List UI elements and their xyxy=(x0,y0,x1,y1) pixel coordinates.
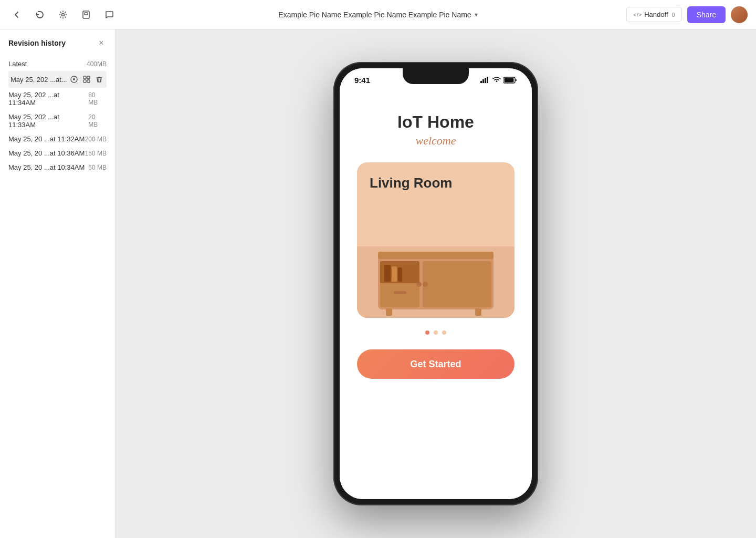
revision-size-2: 20 MB xyxy=(88,113,107,128)
project-title: Example Pie Name Example Pie Name Exampl… xyxy=(278,11,471,19)
svg-rect-2 xyxy=(85,13,88,15)
room-card[interactable]: Living Room xyxy=(357,162,514,318)
svg-rect-24 xyxy=(384,265,391,282)
toolbar-center: Example Pie Name Example Pie Name Exampl… xyxy=(278,11,477,19)
revision-date-5: May 25, 20 ...at 10:34AM xyxy=(8,163,85,171)
phone-mockup: 9:41 xyxy=(333,62,538,505)
status-icons xyxy=(480,77,517,84)
canvas-area: 9:41 xyxy=(116,29,756,538)
handoff-code-icon: </> xyxy=(633,12,642,18)
revision-row-1[interactable]: May 25, 202 ...at 11:34AM 80 MB xyxy=(8,88,107,110)
svg-rect-12 xyxy=(487,77,488,83)
svg-rect-5 xyxy=(83,76,86,79)
revision-size-1: 80 MB xyxy=(88,91,107,106)
toolbar-right: </> Handoff 0 Share xyxy=(626,6,748,23)
revision-left: May 25, 202 ...at... xyxy=(10,76,67,84)
svg-rect-8 xyxy=(87,80,90,82)
dot-2[interactable] xyxy=(434,330,438,335)
svg-rect-14 xyxy=(505,78,514,82)
avatar-image xyxy=(731,6,748,23)
revision-date-1: May 25, 202 ...at 11:34AM xyxy=(8,91,88,107)
revision-row-2[interactable]: May 25, 202 ...at 11:33AM 20 MB xyxy=(8,110,107,132)
svg-rect-28 xyxy=(386,308,392,316)
revision-action-icons xyxy=(69,74,104,85)
handoff-button[interactable]: </> Handoff 0 xyxy=(626,7,681,22)
carousel-dots xyxy=(425,330,446,335)
revision-row-active[interactable]: May 25, 202 ...at... xyxy=(8,71,107,88)
revision-latest-size: 400MB xyxy=(87,60,107,68)
svg-rect-27 xyxy=(394,291,406,294)
signal-icon xyxy=(480,77,490,83)
svg-rect-18 xyxy=(378,252,494,259)
revision-date-4: May 25, 20 ...at 10:36AM xyxy=(8,149,85,157)
revision-date-2: May 25, 202 ...at 11:33AM xyxy=(8,113,88,129)
refresh-button[interactable] xyxy=(32,6,48,23)
toolbar-left xyxy=(8,6,118,23)
battery-icon xyxy=(503,77,517,84)
share-button[interactable]: Share xyxy=(687,6,726,23)
app-subtitle: welcome xyxy=(416,134,456,148)
svg-rect-11 xyxy=(485,78,486,83)
svg-rect-9 xyxy=(480,81,482,83)
revision-row-4[interactable]: May 25, 20 ...at 10:36AM 150 MB xyxy=(8,146,107,160)
close-panel-button[interactable]: × xyxy=(96,38,107,48)
svg-rect-29 xyxy=(475,308,481,316)
app-title: IoT Home xyxy=(397,112,474,132)
revision-size-5: 50 MB xyxy=(88,164,107,171)
revision-size-4: 150 MB xyxy=(85,150,107,157)
dot-3[interactable] xyxy=(442,330,446,335)
restore-icon[interactable] xyxy=(69,74,79,85)
avatar[interactable] xyxy=(731,6,748,23)
sidebar-header: Revision history × xyxy=(8,38,107,48)
grid-icon[interactable] xyxy=(81,74,92,85)
title-chevron-icon[interactable]: ▾ xyxy=(475,11,478,18)
revision-size-3: 200 MB xyxy=(85,136,107,143)
handoff-label: Handoff xyxy=(644,11,668,18)
svg-rect-7 xyxy=(83,80,86,82)
sidebar-title: Revision history xyxy=(8,39,66,47)
delete-icon[interactable] xyxy=(94,74,104,85)
svg-rect-26 xyxy=(398,267,402,282)
handoff-count: 0 xyxy=(672,12,675,18)
toolbar: Example Pie Name Example Pie Name Exampl… xyxy=(0,0,756,29)
svg-rect-25 xyxy=(392,266,397,282)
cta-button-label: Get Started xyxy=(410,359,461,370)
room-card-label: Living Room xyxy=(370,175,452,191)
app-content: IoT Home welcome Living Room xyxy=(340,91,532,499)
wifi-icon xyxy=(492,77,501,83)
svg-rect-20 xyxy=(423,261,491,307)
comment-button[interactable] xyxy=(101,6,118,23)
svg-rect-10 xyxy=(482,79,484,83)
bookmark-button[interactable] xyxy=(78,6,94,23)
revision-row-5[interactable]: May 25, 20 ...at 10:34AM 50 MB xyxy=(8,160,107,174)
svg-point-4 xyxy=(73,78,75,80)
status-time: 9:41 xyxy=(354,76,370,85)
settings-button[interactable] xyxy=(55,6,71,23)
dot-1[interactable] xyxy=(425,330,429,335)
back-button[interactable] xyxy=(8,6,25,23)
svg-rect-6 xyxy=(87,76,90,79)
revision-row-latest[interactable]: Latest 400MB xyxy=(8,57,107,71)
get-started-button[interactable]: Get Started xyxy=(357,349,514,379)
revision-latest-label: Latest xyxy=(8,60,27,68)
revision-history-panel: Revision history × Latest 400MB May 25, … xyxy=(0,29,116,538)
phone-notch xyxy=(403,68,469,84)
revision-row-3[interactable]: May 25, 20 ...at 11:32AM 200 MB xyxy=(8,132,107,146)
revision-date-3: May 25, 20 ...at 11:32AM xyxy=(8,135,85,143)
revision-date-active: May 25, 202 ...at... xyxy=(10,76,67,84)
phone-screen: 9:41 xyxy=(340,68,532,499)
main-area: Revision history × Latest 400MB May 25, … xyxy=(0,29,756,538)
svg-point-0 xyxy=(62,13,65,16)
svg-point-22 xyxy=(423,282,428,287)
